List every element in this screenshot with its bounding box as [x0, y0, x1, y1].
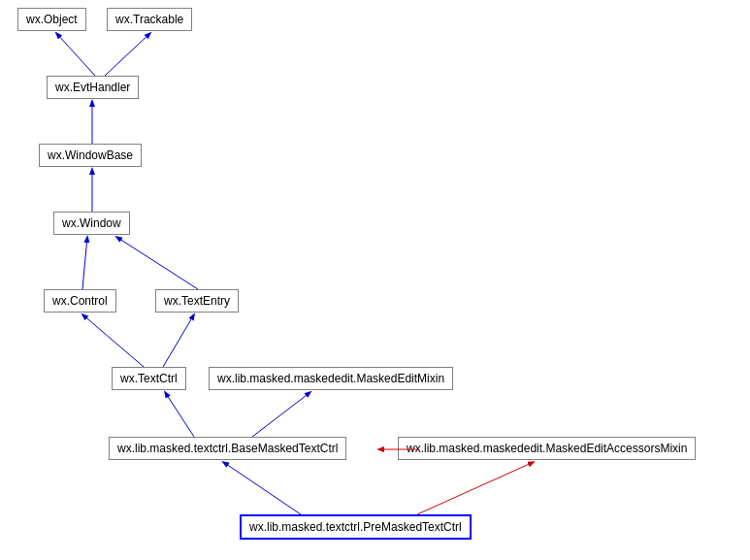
- svg-line-8: [165, 392, 194, 437]
- svg-line-10: [223, 462, 301, 514]
- svg-line-9: [252, 392, 310, 437]
- svg-line-11: [417, 462, 534, 514]
- node-windowbase: wx.WindowBase: [39, 144, 142, 167]
- svg-line-0: [56, 33, 95, 76]
- node-premasked: wx.lib.masked.textctrl.PreMaskedTextCtrl: [240, 514, 472, 540]
- svg-line-7: [163, 314, 194, 367]
- svg-line-5: [116, 237, 198, 289]
- node-object: wx.Object: [17, 8, 86, 31]
- node-control: wx.Control: [44, 289, 116, 313]
- node-maskededitmixin: wx.lib.masked.maskededit.MaskedEditMixin: [209, 367, 453, 390]
- svg-line-6: [82, 314, 144, 367]
- node-textentry: wx.TextEntry: [155, 289, 239, 313]
- node-window: wx.Window: [53, 212, 130, 235]
- node-textctrl: wx.TextCtrl: [112, 367, 186, 390]
- svg-line-1: [105, 33, 150, 76]
- node-maskedaccessors: wx.lib.masked.maskededit.MaskedEditAcces…: [398, 437, 696, 460]
- svg-line-4: [82, 237, 87, 289]
- diagram-container: wx.Object wx.Trackable wx.EvtHandler wx.…: [0, 0, 750, 560]
- node-basemasked: wx.lib.masked.textctrl.BaseMaskedTextCtr…: [109, 437, 346, 460]
- node-trackable: wx.Trackable: [107, 8, 192, 31]
- node-evthandler: wx.EvtHandler: [47, 76, 139, 99]
